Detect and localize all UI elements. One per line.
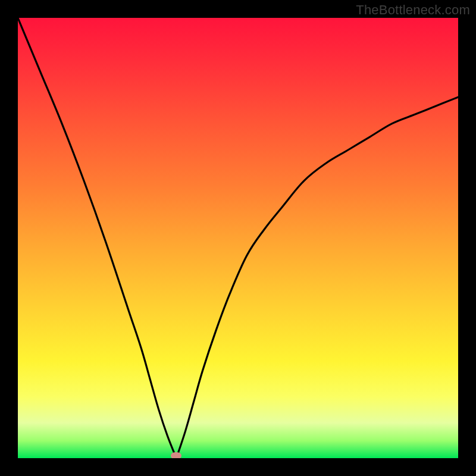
plot-area	[18, 18, 458, 458]
watermark-text: TheBottleneck.com	[356, 2, 470, 18]
bottleneck-marker	[171, 452, 181, 458]
curve-right-branch	[176, 97, 458, 458]
curve-left-branch	[18, 18, 176, 458]
chart-stage: TheBottleneck.com	[0, 0, 476, 476]
chart-svg	[18, 18, 458, 458]
